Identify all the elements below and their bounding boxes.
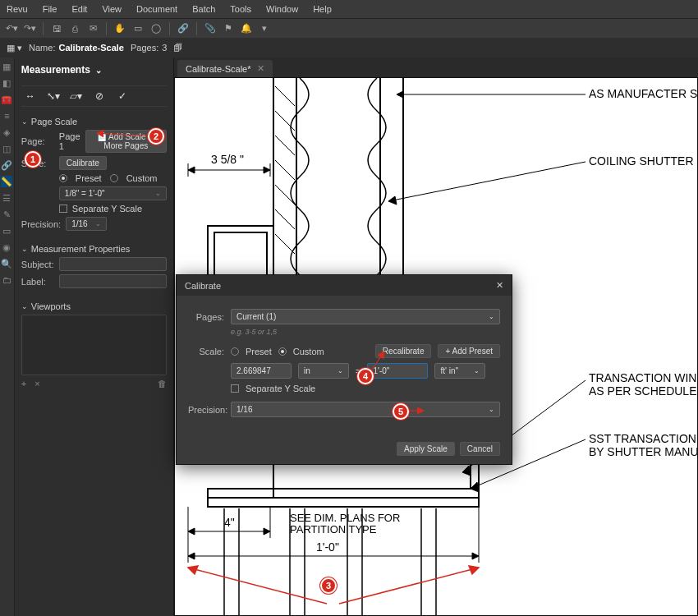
remove-viewport-button[interactable]: × xyxy=(34,379,39,388)
page-scale-header[interactable]: ⌄Page Scale xyxy=(21,117,167,126)
custom-radio[interactable] xyxy=(110,174,118,182)
label-input[interactable] xyxy=(59,274,167,288)
explorer-icon[interactable]: 🗀 xyxy=(1,274,12,286)
scale-to-unit[interactable]: ft' in"⌄ xyxy=(434,363,485,379)
svg-marker-38 xyxy=(471,482,479,492)
bookmarks-icon[interactable]: ◧ xyxy=(1,77,12,89)
svg-line-7 xyxy=(275,160,295,180)
svg-line-6 xyxy=(275,136,295,155)
precision-label: Precision: xyxy=(21,219,61,229)
preset-radio[interactable] xyxy=(59,174,67,182)
signatures-icon[interactable]: ✎ xyxy=(1,209,12,220)
menu-document[interactable]: Document xyxy=(136,4,177,14)
menu-revu[interactable]: Revu xyxy=(7,4,28,14)
redo-icon[interactable]: ↷▾ xyxy=(23,22,36,35)
callout-3: 3 xyxy=(320,577,337,594)
trash-icon[interactable]: 🗑 xyxy=(158,379,167,388)
links-icon[interactable]: 🔗 xyxy=(1,159,12,171)
thumbnails-icon[interactable]: ▦ xyxy=(1,61,12,72)
dialog-title: Calibrate xyxy=(185,281,221,291)
add-viewport-button[interactable]: + xyxy=(21,379,26,388)
svg-marker-29 xyxy=(188,167,195,173)
dlg-pages-label: Pages: xyxy=(188,312,224,322)
properties-icon[interactable]: ≡ xyxy=(1,110,12,122)
add-preset-button[interactable]: + Add Preset xyxy=(438,344,500,358)
polylength-icon[interactable]: ⤡▾ xyxy=(46,90,61,103)
svg-line-33 xyxy=(388,162,585,201)
svg-line-48 xyxy=(188,568,327,604)
note-sst-b: BY SHUTTER MANUF xyxy=(589,445,697,458)
notify-icon[interactable]: 🔔 xyxy=(240,22,253,35)
length-icon[interactable]: ↔ xyxy=(23,90,38,103)
page-nav-icon[interactable]: 🗐 xyxy=(173,43,182,53)
callout-4: 4 xyxy=(357,368,374,384)
menu-batch[interactable]: Batch xyxy=(192,4,215,14)
document-name: Calibrate-Scale xyxy=(58,43,123,53)
menu-edit[interactable]: Edit xyxy=(71,4,87,14)
email-icon[interactable]: ✉ xyxy=(86,22,99,35)
pages-label: Pages: xyxy=(131,43,158,53)
calibrate-button[interactable]: Calibrate xyxy=(59,156,107,170)
toolchest-icon[interactable]: 🧰 xyxy=(1,94,12,105)
viewports-list[interactable] xyxy=(21,315,167,375)
lasso-icon[interactable]: ◯ xyxy=(149,22,163,35)
panel-title[interactable]: Measurements⌄ xyxy=(21,62,167,80)
more-icon[interactable]: ▾ xyxy=(258,22,271,35)
calibrate-dialog: Calibrate ✕ Pages: Current (1)⌄ e.g. 3-5… xyxy=(176,274,512,465)
measurements-tab-icon[interactable]: 📏 xyxy=(1,176,12,187)
dlg-pages-hint: e.g. 3-5 or 1,5 xyxy=(231,328,500,336)
dlg-custom-radio[interactable] xyxy=(278,347,287,356)
print-icon[interactable]: ⎙ xyxy=(68,22,81,35)
viewports-header[interactable]: ⌄Viewports xyxy=(21,301,167,311)
note-transaction-a: TRANSACTION WIND xyxy=(589,371,697,384)
menu-tools[interactable]: Tools xyxy=(230,4,251,14)
attach-icon[interactable]: 📎 xyxy=(204,22,217,35)
menu-view[interactable]: View xyxy=(102,4,122,14)
scale-select[interactable]: 1/8" = 1'-0"⌄ xyxy=(59,186,167,200)
close-tab-icon[interactable]: ✕ xyxy=(257,63,264,74)
layers-icon[interactable]: ◈ xyxy=(1,126,12,138)
subject-input[interactable] xyxy=(59,257,167,271)
svg-marker-42 xyxy=(188,528,195,535)
cancel-button[interactable]: Cancel xyxy=(460,442,500,456)
menu-help[interactable]: Help xyxy=(313,4,332,14)
diameter-icon[interactable]: ⊘ xyxy=(92,90,107,103)
dlg-pages-select[interactable]: Current (1)⌄ xyxy=(231,309,500,324)
document-info-bar: ▦ ▾ Name: Calibrate-Scale Pages: 3 🗐 xyxy=(0,38,698,57)
link-icon[interactable]: 🔗 xyxy=(177,22,190,35)
recalibrate-button[interactable]: Recalibrate xyxy=(375,344,432,358)
menu-file[interactable]: File xyxy=(43,4,57,14)
svg-line-49 xyxy=(339,568,479,604)
svg-marker-36 xyxy=(462,466,471,476)
flag-icon[interactable]: ⚑ xyxy=(222,22,235,35)
hand-icon[interactable]: ✋ xyxy=(113,22,126,35)
scale-from-value[interactable] xyxy=(231,363,292,379)
page-label: Page: xyxy=(21,136,54,146)
scale-from-unit[interactable]: in⌄ xyxy=(298,363,349,379)
sets-icon[interactable]: ▭ xyxy=(1,225,12,237)
thumbnail-toggle[interactable]: ▦ ▾ xyxy=(7,43,22,53)
precision-select[interactable]: 1/16⌄ xyxy=(66,217,107,231)
name-label: Name: xyxy=(29,43,55,53)
forms-icon[interactable]: ☰ xyxy=(1,192,12,204)
dlg-precision-select[interactable]: 1/16⌄ xyxy=(231,402,500,417)
undo-icon[interactable]: ↶▾ xyxy=(5,22,18,35)
save-icon[interactable]: 🖫 xyxy=(50,22,63,35)
search-icon[interactable]: 🔍 xyxy=(1,258,12,269)
spaces-icon[interactable]: ◫ xyxy=(1,143,12,154)
studio-icon[interactable]: ◉ xyxy=(1,241,12,253)
dialog-close-icon[interactable]: ✕ xyxy=(496,280,503,291)
select-icon[interactable]: ▭ xyxy=(131,22,145,35)
separate-y-checkbox[interactable] xyxy=(59,205,67,213)
count-icon[interactable]: ✓ xyxy=(115,90,130,103)
scale-to-value[interactable] xyxy=(367,363,428,379)
pages-count: 3 xyxy=(162,43,167,53)
measurement-properties-header[interactable]: ⌄Measurement Properties xyxy=(21,244,167,254)
area-icon[interactable]: ▱▾ xyxy=(69,90,84,103)
apply-scale-button[interactable]: Apply Scale xyxy=(397,442,455,456)
tab-calibrate-scale[interactable]: Calibrate-Scale*✕ xyxy=(177,60,273,77)
dlg-separate-y-checkbox[interactable] xyxy=(231,384,239,393)
menu-window[interactable]: Window xyxy=(266,4,298,14)
dlg-preset-radio[interactable] xyxy=(231,347,239,356)
dlg-scale-label: Scale: xyxy=(188,347,224,356)
